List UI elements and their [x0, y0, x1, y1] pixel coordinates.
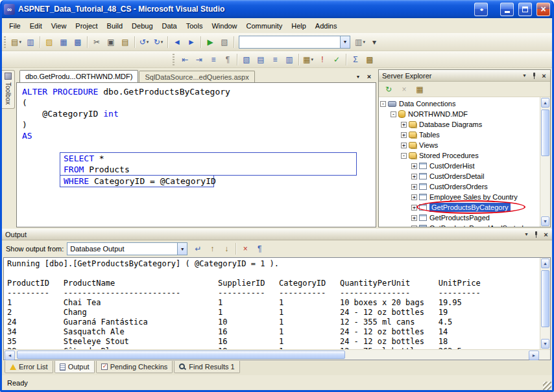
- solution-configurations-button[interactable]: ▧: [217, 35, 232, 49]
- tree-expander-icon[interactable]: +: [411, 174, 417, 179]
- menu-item-file[interactable]: File: [5, 20, 25, 32]
- change-type-button[interactable]: ▦▾: [301, 52, 315, 67]
- add-table-button[interactable]: ▩: [363, 52, 377, 67]
- output-horizontal-scrollbar[interactable]: ◄ ►: [4, 349, 550, 360]
- window-position-button[interactable]: ▼: [520, 71, 529, 80]
- scroll-track[interactable]: [16, 350, 528, 360]
- server-explorer-scrollbar[interactable]: ▲ ▼: [540, 97, 550, 227]
- tree-item-stored-procedures[interactable]: -Stored Procedures: [379, 150, 540, 161]
- toolbox-tab[interactable]: Toolbox: [2, 70, 15, 109]
- new-website-button[interactable]: ▤▾: [9, 35, 23, 49]
- goto-message-button[interactable]: ↵: [191, 242, 205, 256]
- scroll-down-button[interactable]: ▼: [541, 216, 549, 226]
- minimize-button[interactable]: [500, 3, 514, 16]
- tree-item-data-connections[interactable]: -Data Connections: [379, 98, 540, 109]
- tree-expander-icon[interactable]: +: [411, 215, 417, 221]
- auto-hide-button[interactable]: [529, 71, 539, 80]
- menu-item-view[interactable]: View: [47, 20, 71, 32]
- menu-item-help[interactable]: Help: [287, 20, 311, 32]
- add-item-button[interactable]: ▥: [23, 35, 38, 49]
- menu-item-addins[interactable]: Addins: [311, 20, 342, 32]
- show-sql-pane-button[interactable]: ≡: [268, 52, 282, 67]
- output-source-combobox[interactable]: Database Output ▼: [67, 242, 187, 255]
- indent-decrease-button[interactable]: ⇤: [178, 52, 192, 67]
- combobox-dropdown-button[interactable]: ▼: [177, 243, 187, 255]
- tree-expander-icon[interactable]: -: [391, 111, 396, 117]
- tree-item-custordersorders[interactable]: +CustOrdersOrders: [379, 181, 540, 192]
- add-group-by-button[interactable]: Σ: [348, 52, 363, 67]
- close-button[interactable]: ×: [536, 3, 550, 16]
- scroll-up-button[interactable]: ▲: [541, 98, 549, 108]
- indent-increase-button[interactable]: ⇥: [192, 52, 206, 67]
- previous-message-button[interactable]: ↑: [205, 242, 219, 256]
- tab-find-results[interactable]: Find Results 1: [174, 361, 239, 373]
- tree-item-getproductspagedandsorted[interactable]: +GetProductsPagedAndSorted: [379, 223, 540, 227]
- clear-all-button[interactable]: ×: [238, 242, 252, 256]
- scroll-thumb[interactable]: [541, 270, 549, 327]
- cut-button[interactable]: ✂: [90, 35, 104, 49]
- tree-expander-icon[interactable]: +: [401, 132, 407, 138]
- navigate-forward-button[interactable]: ►: [184, 35, 199, 49]
- close-document-button[interactable]: ×: [365, 72, 374, 81]
- tree-item-custorderhist[interactable]: +CustOrderHist: [379, 161, 540, 171]
- tab-stored-procedure[interactable]: dbo.GetProdu...ORTHWND.MDF): [19, 70, 138, 82]
- menu-item-community[interactable]: Community: [242, 20, 287, 32]
- resize-grip[interactable]: [543, 382, 551, 390]
- tree-expander-icon[interactable]: +: [411, 205, 417, 211]
- close-panel-button[interactable]: ×: [539, 71, 549, 80]
- code-editor[interactable]: ALTER PROCEDURE dbo.GetProductsByCategor…: [16, 82, 376, 227]
- tree-item-northwnd-mdf[interactable]: -NORTHWND.MDF: [379, 109, 540, 119]
- execute-sql-button[interactable]: !: [315, 52, 330, 67]
- maximize-button[interactable]: [518, 3, 532, 16]
- copy-button[interactable]: ▣: [104, 35, 118, 49]
- auto-hide-button[interactable]: [531, 230, 541, 239]
- scroll-thumb[interactable]: [541, 110, 549, 156]
- visual-studio-logo-icon[interactable]: ∞: [4, 4, 15, 15]
- tree-expander-icon[interactable]: +: [411, 163, 417, 169]
- tree-item-getproductspaged[interactable]: +GetProductsPaged: [379, 213, 540, 223]
- open-file-button[interactable]: ▨: [42, 35, 56, 49]
- menu-item-project[interactable]: Project: [71, 20, 102, 32]
- menu-item-debug[interactable]: Debug: [127, 20, 157, 32]
- uncomment-selection-button[interactable]: ¶: [221, 52, 235, 67]
- tree-expander-icon[interactable]: +: [411, 184, 417, 190]
- tree-item-custordersdetail[interactable]: +CustOrdersDetail: [379, 171, 540, 181]
- menu-item-tools[interactable]: Tools: [182, 20, 208, 32]
- start-debugging-button[interactable]: ▶: [203, 35, 217, 49]
- scroll-track[interactable]: [540, 108, 550, 216]
- toolbar-grip[interactable]: [173, 54, 175, 65]
- tree-item-tables[interactable]: +Tables: [379, 130, 540, 140]
- menu-item-edit[interactable]: Edit: [25, 20, 47, 32]
- verify-sql-button[interactable]: ✓: [330, 52, 344, 67]
- close-panel-button[interactable]: ×: [541, 230, 551, 239]
- show-diagram-pane-button[interactable]: ▧: [239, 52, 254, 67]
- menu-item-build[interactable]: Build: [102, 20, 127, 32]
- tree-expander-icon[interactable]: +: [411, 225, 417, 227]
- window-position-button[interactable]: ▼: [522, 230, 531, 239]
- find-combobox[interactable]: ▼: [239, 36, 350, 49]
- save-button[interactable]: ▦: [56, 35, 71, 49]
- tree-expander-icon[interactable]: +: [401, 122, 407, 128]
- show-results-pane-button[interactable]: ▥: [282, 52, 296, 67]
- scroll-track[interactable]: [540, 269, 550, 338]
- tree-expander-icon[interactable]: -: [401, 153, 407, 159]
- refresh-button[interactable]: ↻: [381, 82, 396, 97]
- scroll-up-button[interactable]: ▲: [541, 259, 549, 268]
- toggle-word-wrap-button[interactable]: ¶: [252, 242, 267, 256]
- navigate-backward-button[interactable]: ◄: [170, 35, 184, 49]
- tree-item-views[interactable]: +Views: [379, 140, 540, 150]
- tab-sqldatasource[interactable]: SqlDataSource...edQueries.aspx: [139, 71, 254, 82]
- comment-selection-button[interactable]: ≡: [206, 52, 221, 67]
- scroll-thumb[interactable]: [17, 351, 345, 359]
- tab-output[interactable]: Output: [54, 361, 95, 373]
- toolbar-options-button[interactable]: ▾: [367, 35, 381, 49]
- tree-item-getproductsbycategory[interactable]: +GetProductsByCategory: [379, 202, 540, 213]
- stop-refresh-button[interactable]: ×: [397, 82, 411, 97]
- find-combobox-dropdown-button[interactable]: ▼: [340, 36, 350, 48]
- titlebar-extra-button[interactable]: ◂▸: [474, 3, 488, 16]
- scroll-down-button[interactable]: ▼: [541, 339, 549, 349]
- save-all-button[interactable]: ▩: [71, 35, 85, 49]
- find-in-files-button[interactable]: ▥▾: [353, 35, 367, 49]
- tree-expander-icon[interactable]: +: [401, 143, 407, 148]
- tab-pending-checkins[interactable]: Pending Checkins: [96, 361, 173, 373]
